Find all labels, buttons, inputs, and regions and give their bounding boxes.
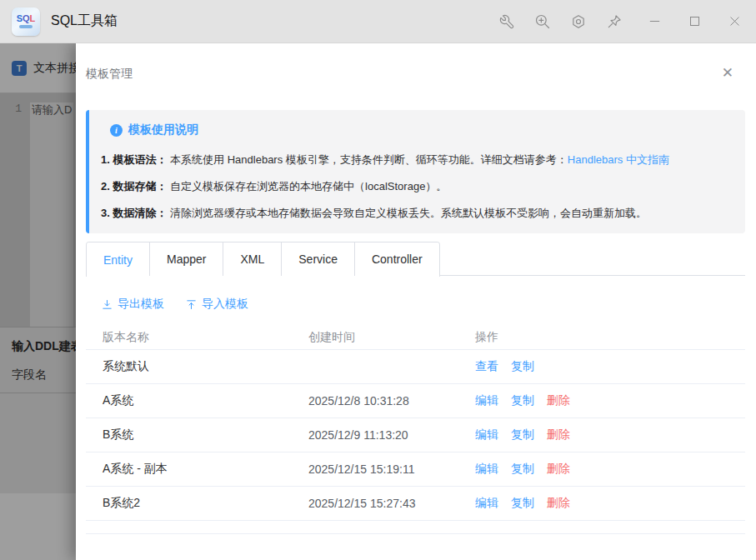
info-line-text: 清除浏览器缓存或本地存储数据会导致自定义模板丢失。系统默认模板不受影响，会自动重… [170, 207, 647, 219]
info-icon: i [110, 124, 123, 137]
drawer-close-icon[interactable]: ✕ [722, 67, 733, 80]
app-window: SQL SQL工具箱 [0, 0, 756, 560]
template-table: 版本名称 创建时间 操作 系统默认 查看 复制 A系统 [86, 326, 745, 534]
tab-entity[interactable]: Entity [87, 242, 149, 277]
titlebar: SQL SQL工具箱 [0, 0, 756, 43]
col-header-version-name: 版本名称 [86, 330, 292, 345]
info-line-label: 3. 数据清除： [101, 207, 167, 219]
drawer-header: 模板管理 ✕ [76, 43, 756, 80]
info-line-label: 1. 模板语法： [101, 153, 167, 166]
download-icon [101, 298, 113, 311]
close-button[interactable] [727, 13, 743, 29]
info-line-storage: 2. 数据存储： 自定义模板保存在浏览器的本地存储中（localStorage）… [101, 179, 732, 193]
maximize-button[interactable] [687, 13, 703, 29]
view-action-link[interactable]: 查看 [475, 359, 498, 372]
minimize-button[interactable] [647, 13, 663, 29]
row-name: A系统 - 副本 [86, 462, 292, 477]
delete-action-link[interactable]: 删除 [547, 428, 570, 441]
row-time: 2025/12/8 10:31:28 [292, 394, 458, 408]
copy-action-link[interactable]: 复制 [511, 359, 534, 372]
delete-action-link[interactable]: 删除 [547, 393, 570, 407]
settings-icon[interactable] [569, 12, 587, 30]
template-toolbar: 导出模板 导入模板 [101, 297, 745, 312]
tab-xml[interactable]: XML [223, 242, 281, 276]
edit-action-link[interactable]: 编辑 [475, 393, 498, 407]
template-usage-info-box: i 模板使用说明 1. 模板语法： 本系统使用 Handlebars 模板引擎，… [86, 110, 745, 233]
row-time: 2025/12/15 15:19:11 [292, 462, 458, 476]
table-row: 系统默认 查看 复制 [86, 350, 745, 384]
info-line-clear: 3. 数据清除： 清除浏览器缓存或本地存储数据会导致自定义模板丢失。系统默认模板… [101, 206, 732, 220]
wrench-icon[interactable] [498, 12, 515, 30]
edit-action-link[interactable]: 编辑 [475, 428, 498, 441]
table-row: B系统2 2025/12/15 15:27:43 编辑 复制 删除 [86, 487, 745, 521]
copy-action-link[interactable]: 复制 [511, 496, 534, 509]
pin-icon[interactable] [605, 12, 623, 30]
col-header-created-time: 创建时间 [292, 330, 458, 345]
col-header-actions: 操作 [458, 330, 745, 345]
handlebars-guide-link[interactable]: Handlebars 中文指南 [568, 153, 669, 166]
import-template-link[interactable]: 导入模板 [185, 297, 248, 312]
titlebar-tools [498, 12, 623, 30]
row-name: B系统2 [86, 496, 292, 511]
copy-action-link[interactable]: 复制 [511, 428, 534, 441]
export-template-link[interactable]: 导出模板 [101, 297, 164, 312]
table-row: B系统 2025/12/9 11:13:20 编辑 复制 删除 [86, 418, 745, 452]
table-header-row: 版本名称 创建时间 操作 [86, 326, 745, 350]
content-area: T 文本拼接 1 请输入D 输入DDL建表 字段名 模板管理 ✕ [0, 43, 756, 560]
row-name: 系统默认 [86, 359, 292, 374]
drawer-body: i 模板使用说明 1. 模板语法： 本系统使用 Handlebars 模板引擎，… [76, 80, 756, 534]
copy-action-link[interactable]: 复制 [511, 462, 534, 475]
info-line-text: 自定义模板保存在浏览器的本地存储中（localStorage）。 [170, 180, 447, 192]
export-template-label: 导出模板 [118, 297, 164, 312]
tab-mapper[interactable]: Mapper [149, 242, 223, 276]
row-name: B系统 [86, 428, 292, 442]
edit-action-link[interactable]: 编辑 [475, 462, 498, 475]
delete-action-link[interactable]: 删除 [547, 496, 570, 509]
app-logo-db-shape [19, 25, 33, 28]
table-row: A系统 - 副本 2025/12/15 15:19:11 编辑 复制 删除 [86, 452, 745, 487]
row-time: 2025/12/15 15:27:43 [292, 497, 458, 510]
template-tabs-bar: Entity Mapper XML Service Controller [86, 242, 745, 276]
window-title: SQL工具箱 [51, 12, 118, 30]
app-logo: SQL [12, 8, 40, 36]
tab-service[interactable]: Service [281, 242, 354, 276]
import-template-label: 导入模板 [202, 297, 248, 312]
table-row: A系统 2025/12/8 10:31:28 编辑 复制 删除 [86, 384, 745, 418]
info-heading: i 模板使用说明 [101, 122, 732, 138]
tab-controller[interactable]: Controller [354, 242, 439, 276]
edit-action-link[interactable]: 编辑 [475, 496, 498, 509]
copy-action-link[interactable]: 复制 [511, 393, 534, 407]
window-controls [647, 13, 743, 29]
template-tabs: Entity Mapper XML Service Controller [86, 242, 440, 277]
row-name: A系统 [86, 393, 292, 408]
info-lines: 1. 模板语法： 本系统使用 Handlebars 模板引擎，支持条件判断、循环… [101, 152, 732, 220]
row-time: 2025/12/9 11:13:20 [292, 428, 458, 442]
template-manager-drawer: 模板管理 ✕ i 模板使用说明 1. 模板语法： 本系统使用 Handlebar… [76, 43, 756, 560]
app-logo-text: SQL [17, 14, 36, 23]
info-line-text: 本系统使用 Handlebars 模板引擎，支持条件判断、循环等功能。详细文档请… [170, 153, 568, 166]
zoom-in-icon[interactable] [533, 12, 551, 30]
upload-icon [185, 298, 198, 311]
table-footer-border [86, 521, 745, 534]
delete-action-link[interactable]: 删除 [547, 462, 570, 475]
info-line-syntax: 1. 模板语法： 本系统使用 Handlebars 模板引擎，支持条件判断、循环… [101, 152, 732, 167]
info-line-label: 2. 数据存储： [101, 180, 167, 192]
info-heading-text: 模板使用说明 [128, 122, 198, 138]
drawer-title: 模板管理 [86, 67, 133, 80]
